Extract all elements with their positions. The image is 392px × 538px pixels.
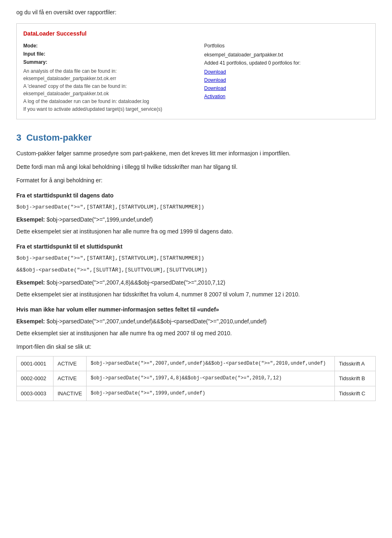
table-cell-id: 0001-0001 bbox=[17, 356, 53, 371]
section3-para1: Custom-pakker følger samme prosedyre som… bbox=[16, 149, 376, 158]
portfolios-added: Added 41 portfolios, updated 0 portfolio… bbox=[204, 59, 369, 67]
summary-line-2: A 'cleaned' copy of the data file can be… bbox=[23, 83, 196, 97]
table-cell-id: 0003-0003 bbox=[17, 386, 53, 401]
subsection3-example-code: $obj->parsedDate(">=",2007,undef,undef)&… bbox=[47, 318, 267, 325]
subsection1-code1: $obj->parsedDate(">=",[STARTÅR],[STARTVO… bbox=[16, 203, 376, 211]
subsection2-example-code: $obj->parsedDate(">=",2007,4,8)&&$obj-<p… bbox=[47, 279, 225, 286]
subsection3-example: Eksempel: $obj->parsedDate(">=",2007,und… bbox=[16, 317, 376, 326]
section3-para2: Dette fordi man må angi lokal beholdning… bbox=[16, 163, 376, 171]
summary-line-3: A log of the dataloader run can be found… bbox=[23, 98, 196, 105]
table-row: 0001-0001ACTIVE$obj->parsedDate(">=",200… bbox=[17, 356, 376, 371]
subsection1-example-code: $obj->parsedDate(">=",1999,undef,undef) bbox=[47, 216, 153, 223]
subsection3-example-label: Eksempel: bbox=[16, 318, 45, 325]
dataloader-title: DataLoader Successful bbox=[23, 29, 369, 38]
subsection2-code2: &&$obj-<parsedDate(">=",[SLUTTÅR],[SLUTT… bbox=[16, 266, 376, 274]
subsection2-heading: Fra et starttidspunkt til et sluttidspun… bbox=[16, 242, 376, 251]
table-cell-journal: Tidsskrift C bbox=[335, 386, 376, 401]
subsection1-heading: Fra et starttidspunkt til dagens dato bbox=[16, 191, 376, 200]
summary-lines: An analysis of the data file can be foun… bbox=[23, 67, 196, 113]
table-row: 0003-0003INACTIVE$obj->parsedDate(">=",1… bbox=[17, 386, 376, 401]
subsection1-example: Eksempel: $obj->parsedDate(">=",1999,und… bbox=[16, 215, 376, 224]
table-cell-code: $obj->parsedDate(">=",2007,undef,undef)&… bbox=[86, 356, 334, 371]
mode-label: Mode: bbox=[23, 42, 60, 49]
dataloader-left-panel: Mode: Input file: Summary: An analysis o… bbox=[23, 42, 196, 113]
table-row: 0002-0002ACTIVE$obj->parsedDate(">=",199… bbox=[17, 371, 376, 386]
table-cell-code: $obj->parsedDate(">=",1999,undef,undef) bbox=[86, 386, 334, 401]
download-link-3[interactable]: Download bbox=[204, 85, 369, 92]
summary-line-4: If you want to activate added/updated ta… bbox=[23, 105, 196, 113]
table-cell-code: $obj->parsedDate(">=",1997,4,8)&&$obj-<p… bbox=[86, 371, 334, 386]
subsection2-example: Eksempel: $obj->parsedDate(">=",2007,4,8… bbox=[16, 278, 376, 287]
subsection1-description: Dette eksempelet sier at institusjonen h… bbox=[16, 227, 376, 236]
subsection2-code1: $obj->parsedDate(">=",[STARTÅR],[STARTVO… bbox=[16, 254, 376, 262]
subsection1-example-label: Eksempel: bbox=[16, 216, 45, 223]
summary-label: Summary: bbox=[23, 58, 60, 66]
subsection2-example-label: Eksempel: bbox=[16, 279, 45, 286]
table-cell-journal: Tidsskrift B bbox=[335, 371, 376, 386]
import-table: 0001-0001ACTIVE$obj->parsedDate(">=",200… bbox=[16, 356, 376, 401]
activation-link[interactable]: Activation bbox=[204, 93, 369, 100]
portfolios-filename: eksempel_dataloader_partpakker.txt bbox=[204, 51, 369, 58]
subsection3-heading: Hvis man ikke har volum eller nummer-inf… bbox=[16, 305, 376, 314]
section3-heading: 3 Custom-pakker bbox=[16, 131, 376, 144]
intro-text: og du vil få en oversikt over rapportfil… bbox=[16, 8, 376, 17]
table-cell-journal: Tidsskrift A bbox=[335, 356, 376, 371]
summary-line-1: An analysis of the data file can be foun… bbox=[23, 67, 196, 82]
table-cell-status: INACTIVE bbox=[53, 386, 87, 401]
subsection3-description: Dette eksemplet sier at institusjonen ha… bbox=[16, 329, 376, 338]
table-cell-status: ACTIVE bbox=[53, 356, 87, 371]
portfolios-title: Portfolios bbox=[204, 42, 369, 49]
download-link-2[interactable]: Download bbox=[204, 76, 369, 84]
subsection2-description: Dette eksempelet sier at institusjonen h… bbox=[16, 290, 376, 299]
import-intro: Import-filen din skal se slik ut: bbox=[16, 343, 376, 351]
table-cell-id: 0002-0002 bbox=[17, 371, 53, 386]
section3-number: 3 bbox=[16, 132, 21, 143]
dataloader-right-panel: Portfolios eksempel_dataloader_partpakke… bbox=[196, 42, 369, 113]
dataloader-result-box: DataLoader Successful Mode: Input file: … bbox=[16, 23, 376, 119]
section3-title: Custom-pakker bbox=[26, 132, 91, 143]
format-intro: Formatet for å angi beholdning er: bbox=[16, 176, 376, 185]
table-cell-status: ACTIVE bbox=[53, 371, 87, 386]
input-label: Input file: bbox=[23, 50, 60, 58]
download-link-1[interactable]: Download bbox=[204, 68, 369, 76]
